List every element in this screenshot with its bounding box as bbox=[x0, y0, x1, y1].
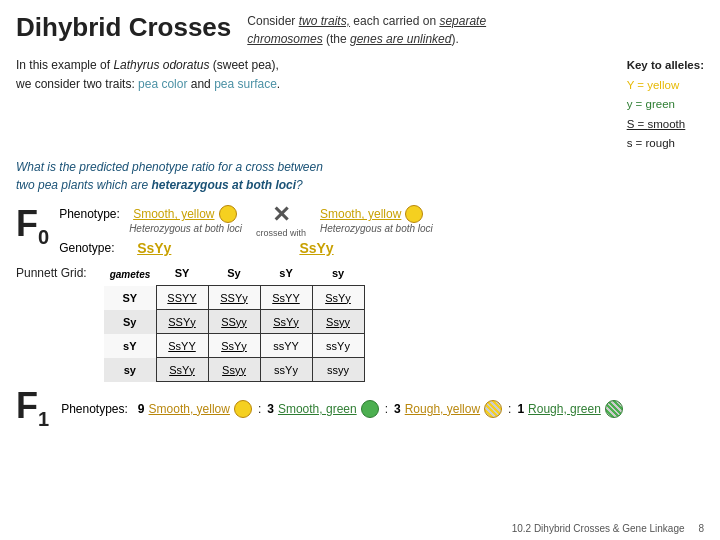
green-circle-f1 bbox=[361, 400, 379, 418]
pea-color-text: pea color bbox=[138, 77, 187, 91]
left-plant: Phenotype: Smooth, yellow Heterozygous a… bbox=[59, 205, 242, 234]
col-header-sy: sy bbox=[312, 262, 364, 286]
pea-surface-text: pea surface bbox=[214, 77, 277, 91]
punnett-label: Punnett Grid: bbox=[16, 266, 96, 280]
cell-sY-SY: SsYY bbox=[156, 334, 208, 358]
header-desc-line1: Consider two traits, each carried on sep… bbox=[247, 14, 486, 28]
f0-content: Phenotype: Smooth, yellow Heterozygous a… bbox=[59, 202, 704, 256]
smooth-yellow-left: Smooth, yellow bbox=[133, 207, 214, 221]
count-1-rough-green: 1 bbox=[517, 402, 524, 416]
cell-SY-sy: SsYy bbox=[312, 286, 364, 310]
intro-key-section: In this example of Lathyrus odoratus (sw… bbox=[16, 56, 704, 154]
question-text: What is the predicted phenotype ratio fo… bbox=[16, 158, 704, 194]
yellow-circle-f1 bbox=[234, 400, 252, 418]
row-header-sY: sY bbox=[104, 334, 156, 358]
table-row: sY SsYY SsYy ssYY ssYy bbox=[104, 334, 364, 358]
cell-SY-SY: SSYY bbox=[156, 286, 208, 310]
key-s-rough: s = rough bbox=[627, 134, 704, 154]
phenotype-left-row: Phenotype: Smooth, yellow bbox=[59, 205, 236, 223]
row-header-Sy: Sy bbox=[104, 310, 156, 334]
footer: 10.2 Dihybrid Crosses & Gene Linkage 8 bbox=[512, 523, 704, 534]
punnett-table: gametes SY Sy sY sy SY SSYY SSYy SsYY Ss… bbox=[104, 262, 365, 383]
crossed-with-label: crossed with bbox=[256, 228, 306, 238]
rough-yellow-f1: Rough, yellow bbox=[405, 402, 480, 416]
key-title: Key to alleles: bbox=[627, 56, 704, 76]
yellow-circle-right bbox=[405, 205, 423, 223]
key-y-green: y = green bbox=[627, 95, 704, 115]
cross-symbol: ✕ crossed with bbox=[256, 202, 306, 238]
f1-section: F1 Phenotypes: 9 Smooth, yellow : 3 Smoo… bbox=[16, 388, 704, 429]
table-row: SY SSYY SSYy SsYY SsYy bbox=[104, 286, 364, 310]
colon-1: : bbox=[258, 402, 261, 416]
count-3-smooth-green: 3 bbox=[267, 402, 274, 416]
key-box: Key to alleles: Y = yellow y = green S =… bbox=[627, 56, 704, 154]
cell-sY-Sy: SsYy bbox=[208, 334, 260, 358]
cell-Sy-SY: SSYy bbox=[156, 310, 208, 334]
hetero-label-left: Heterozygous at both loci bbox=[129, 223, 242, 234]
cell-sY-sy: ssYy bbox=[312, 334, 364, 358]
cell-sy-sY: ssYy bbox=[260, 358, 312, 382]
col-header-SY: SY bbox=[156, 262, 208, 286]
punnett-grid-wrapper: gametes SY Sy sY sy SY SSYY SSYy SsYY Ss… bbox=[104, 262, 365, 383]
genotype-row: Genotype: SsYy SsYy bbox=[59, 240, 704, 256]
genotype-label: Genotype: bbox=[59, 241, 129, 255]
smooth-yellow-f1: Smooth, yellow bbox=[149, 402, 230, 416]
key-s-smooth-text: S = smooth bbox=[627, 118, 686, 130]
x-symbol: ✕ bbox=[272, 202, 290, 228]
footer-text: 10.2 Dihybrid Crosses & Gene Linkage bbox=[512, 523, 685, 534]
header-description: Consider two traits, each carried on sep… bbox=[247, 12, 486, 48]
colon-3: : bbox=[508, 402, 511, 416]
page-number: 8 bbox=[698, 523, 704, 534]
row-header-sy: sy bbox=[104, 358, 156, 382]
rough-yellow-circle-f1 bbox=[484, 400, 502, 418]
punnett-section: Punnett Grid: gametes SY Sy sY sy SY SSY… bbox=[16, 262, 704, 383]
intro-text: In this example of Lathyrus odoratus (sw… bbox=[16, 56, 280, 154]
cell-sy-Sy: Ssyy bbox=[208, 358, 260, 382]
cell-SY-Sy: SSYy bbox=[208, 286, 260, 310]
page-title: Dihybrid Crosses bbox=[16, 12, 231, 43]
genotype-val-left: SsYy bbox=[137, 240, 171, 256]
right-plant: Smooth, yellow Heterozygous at both loci bbox=[320, 205, 433, 234]
col-header-Sy: Sy bbox=[208, 262, 260, 286]
rough-green-f1: Rough, green bbox=[528, 402, 601, 416]
cell-sY-sY: ssYY bbox=[260, 334, 312, 358]
count-3-rough-yellow: 3 bbox=[394, 402, 401, 416]
phenotype-label-left: Phenotype: bbox=[59, 207, 129, 221]
header-desc-line2: chromosomes (the genes are unlinked). bbox=[247, 32, 458, 46]
cell-Sy-sy: Ssyy bbox=[312, 310, 364, 334]
cell-Sy-sY: SsYy bbox=[260, 310, 312, 334]
cell-sy-SY: SsYy bbox=[156, 358, 208, 382]
cell-SY-sY: SsYY bbox=[260, 286, 312, 310]
f1-phenotypes-label: Phenotypes: bbox=[61, 402, 128, 416]
phenotype-cross-row: Phenotype: Smooth, yellow Heterozygous a… bbox=[59, 202, 704, 238]
count-9: 9 bbox=[138, 402, 145, 416]
genotype-val-right: SsYy bbox=[299, 240, 333, 256]
f1-label: F1 bbox=[16, 388, 49, 429]
rough-green-circle-f1 bbox=[605, 400, 623, 418]
key-s-smooth: S = smooth bbox=[627, 115, 704, 135]
f1-phenotype-list: 9 Smooth, yellow : 3 Smooth, green : 3 R… bbox=[138, 400, 623, 418]
cell-Sy-Sy: SSyy bbox=[208, 310, 260, 334]
smooth-green-f1: Smooth, green bbox=[278, 402, 357, 416]
f0-label: F0 bbox=[16, 206, 49, 247]
page: Dihybrid Crosses Consider two traits, ea… bbox=[0, 0, 720, 540]
intro-line1: In this example of Lathyrus odoratus (sw… bbox=[16, 56, 280, 75]
header: Dihybrid Crosses Consider two traits, ea… bbox=[16, 12, 704, 48]
gametes-header: gametes bbox=[104, 262, 156, 286]
row-header-SY: SY bbox=[104, 286, 156, 310]
table-row: sy SsYy Ssyy ssYy ssyy bbox=[104, 358, 364, 382]
hetero-label-right: Heterozygous at both loci bbox=[320, 223, 433, 234]
yellow-circle-left bbox=[219, 205, 237, 223]
smooth-yellow-right: Smooth, yellow bbox=[320, 207, 401, 221]
intro-line2: we consider two traits: pea color and pe… bbox=[16, 75, 280, 94]
phenotype-right-row: Smooth, yellow bbox=[320, 205, 423, 223]
colon-2: : bbox=[385, 402, 388, 416]
key-y-yellow: Y = yellow bbox=[627, 76, 704, 96]
col-header-sY: sY bbox=[260, 262, 312, 286]
f0-section: F0 Phenotype: Smooth, yellow Heterozygou… bbox=[16, 202, 704, 256]
cell-sy-sy: ssyy bbox=[312, 358, 364, 382]
table-row: Sy SSYy SSyy SsYy Ssyy bbox=[104, 310, 364, 334]
